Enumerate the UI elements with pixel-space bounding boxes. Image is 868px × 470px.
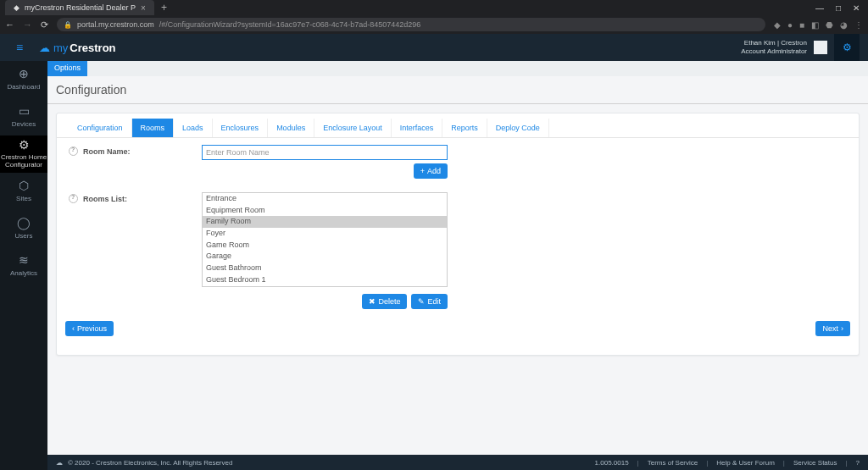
footer-link-terms[interactable]: Terms of Service [648,459,698,467]
rail-label: Devices [12,121,36,129]
rooms-listbox[interactable]: EntranceEquipment RoomFamily RoomFoyerGa… [202,192,448,287]
tab-favicon: ◆ [14,3,19,12]
x-icon: ✖ [369,297,376,306]
users-icon: ◯ [17,217,31,229]
footer-logo-icon: ☁ [56,459,63,467]
previous-button[interactable]: ‹ Previous [65,321,114,336]
footer-link-status[interactable]: Service Status [793,459,837,467]
next-button[interactable]: Next › [815,321,850,336]
room-option[interactable]: Guest Bedroom 1 [203,274,447,286]
tab-close-icon[interactable]: × [141,3,146,13]
room-option[interactable]: Gym [203,286,447,288]
user-org: Crestron [781,39,807,47]
nav-forward-icon: → [23,19,32,30]
footer-version: 1.005.0015 [595,459,629,467]
wizard-tab-configuration[interactable]: Configuration [69,119,132,137]
tab-title: myCrestron Residential Dealer P [25,3,136,12]
help-icon[interactable] [69,147,78,156]
rail-sites[interactable]: ⬡Sites [0,173,47,210]
wizard-tab-loads[interactable]: Loads [174,119,213,137]
devices-icon: ▭ [19,105,30,118]
user-name: Ethan Kim [744,39,776,47]
room-name-label: Room Name: [83,147,131,156]
ext-4-icon[interactable]: ◧ [811,20,819,30]
add-button[interactable]: + Add [414,163,448,179]
nav-reload-icon[interactable]: ⟳ [41,19,48,30]
rooms-list-label: Rooms List: [83,195,127,203]
chevron-left-icon: ‹ [72,324,75,333]
wizard-tab-reports[interactable]: Reports [442,119,487,137]
edit-button[interactable]: ✎ Edit [411,294,448,309]
rail-label: Analytics [10,270,37,278]
footer-link-help[interactable]: Help & User Forum [716,459,774,467]
room-option[interactable]: Game Room [203,240,447,252]
delete-button[interactable]: ✖ Delete [362,294,407,309]
help-icon[interactable] [69,194,78,203]
page-title: Configuration [47,76,868,104]
settings-gear-icon[interactable]: ⚙ [834,34,860,61]
lock-icon: 🔒 [64,21,72,29]
config-icon: ⚙ [19,139,30,152]
rail-devices[interactable]: ▭Devices [0,98,47,135]
ext-1-icon[interactable]: ◆ [774,20,781,30]
rail-analytics[interactable]: ≋Analytics [0,247,47,285]
plus-icon: + [420,167,425,175]
url-host: portal.my.crestron.com [77,20,154,29]
avatar[interactable] [814,41,827,54]
rail-label: Users [15,233,33,241]
wizard-tab-deploy-code[interactable]: Deploy Code [487,119,549,137]
wizard-tab-modules[interactable]: Modules [268,119,314,137]
dashboard-icon: ⊕ [19,68,29,80]
kebab-menu-icon[interactable]: ⋮ [854,20,863,30]
room-option[interactable]: Family Room [203,216,447,228]
rail-label: Crestron Home Configurator [0,154,47,169]
ext-2-icon[interactable]: ● [787,20,793,30]
address-bar[interactable]: 🔒 portal.my.crestron.com /#/Configuratio… [57,18,765,31]
extension-icons: ◆ ● ■ ◧ ⬣ ◕ ⋮ [774,20,863,30]
hamburger-icon[interactable]: ≡ [0,41,39,54]
new-tab-button[interactable]: + [161,2,167,14]
rail-users[interactable]: ◯Users [0,210,47,247]
footer-help-icon[interactable]: ? [856,459,860,467]
window-maximize-icon[interactable]: □ [836,3,841,13]
window-minimize-icon[interactable]: — [815,3,824,13]
ext-3-icon[interactable]: ■ [799,20,804,30]
rail-config[interactable]: ⚙Crestron Home Configurator [0,135,47,173]
room-option[interactable]: Foyer [203,228,447,240]
footer-copyright: © 2020 - Crestron Electronics, Inc. All … [68,459,232,467]
url-path: /#/ConfigurationWizard?systemId=16ac97e7… [159,20,420,29]
analytics-icon: ≋ [19,254,29,267]
room-name-input[interactable] [202,145,448,160]
pencil-icon: ✎ [418,297,425,306]
room-option[interactable]: Entrance [203,193,447,205]
rail-dashboard[interactable]: ⊕Dashboard [0,61,47,98]
ext-5-icon[interactable]: ⬣ [826,20,833,30]
cloud-icon: ☁ [39,41,50,54]
sites-icon: ⬡ [19,180,29,192]
rail-label: Sites [16,196,31,203]
chevron-right-icon: › [841,324,843,333]
wizard-tab-interfaces[interactable]: Interfaces [392,119,443,137]
room-option[interactable]: Equipment Room [203,205,447,217]
subtab-options[interactable]: Options [47,61,87,76]
user-role: Account Administrator [741,47,807,56]
wizard-tab-rooms[interactable]: Rooms [132,119,175,137]
wizard-tab-enclosure-layout[interactable]: Enclosure Layout [314,119,392,137]
brand-logo[interactable]: ☁ myCrestron [39,41,116,54]
wizard-tab-enclosures[interactable]: Enclosures [213,119,269,137]
nav-back-icon[interactable]: ← [5,19,14,30]
room-option[interactable]: Guest Bathroom [203,263,447,274]
room-option[interactable]: Garage [203,251,447,263]
window-close-icon[interactable]: ✕ [853,3,860,13]
avatar-icon[interactable]: ◕ [840,20,848,30]
browser-tab[interactable]: ◆ myCrestron Residential Dealer P × [5,0,154,15]
rail-label: Dashboard [7,84,40,91]
